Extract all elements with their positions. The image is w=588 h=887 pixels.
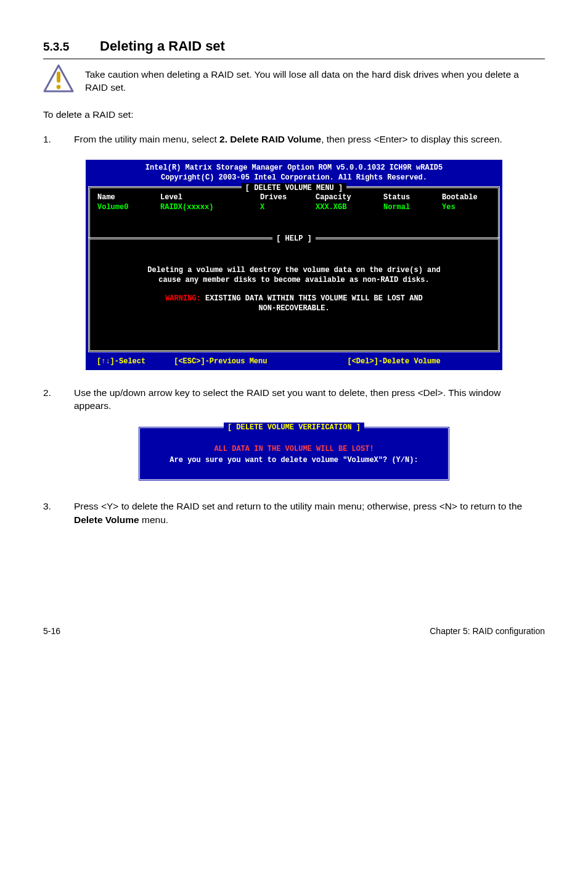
dialog-body: ALL DATA IN THE VOLUME WILL BE LOST! Are… bbox=[140, 444, 448, 466]
caution-icon bbox=[43, 64, 74, 93]
bios-header: Intel(R) Matrix Storage Manager Option R… bbox=[86, 160, 502, 186]
dialog-prompt[interactable]: Are you sure you want to delete volume "… bbox=[140, 455, 448, 466]
bios-help-panel: [ HELP ] Deleting a volume will destroy … bbox=[88, 237, 500, 352]
svg-point-2 bbox=[57, 85, 61, 89]
row-level: RAIDX(xxxxx) bbox=[160, 202, 260, 212]
row-bootable: Yes bbox=[442, 202, 491, 212]
col-bootable: Bootable bbox=[442, 192, 491, 202]
bios-footer: [↑↓]-Select [<ESC>]-Previous Menu [<Del>… bbox=[86, 355, 502, 369]
warning-label: WARNING: bbox=[165, 294, 201, 303]
caution-text: Take caution when deleting a RAID set. Y… bbox=[85, 64, 545, 94]
bios-header-line2: Copyright(C) 2003-05 Intel Corporation. … bbox=[86, 173, 502, 183]
bios-screen: Intel(R) Matrix Storage Manager Option R… bbox=[86, 160, 502, 370]
step-2: 2. Use the up/down arrow key to select t… bbox=[43, 386, 545, 413]
row-name: Volume0 bbox=[97, 202, 160, 212]
svg-rect-1 bbox=[57, 72, 60, 83]
col-level: Level bbox=[160, 192, 260, 202]
page-number: 5-16 bbox=[43, 625, 60, 638]
step-number: 2. bbox=[43, 386, 74, 413]
dialog-warning: ALL DATA IN THE VOLUME WILL BE LOST! bbox=[140, 444, 448, 455]
step-number: 1. bbox=[43, 133, 74, 146]
row-capacity: XXX.XGB bbox=[316, 202, 383, 212]
bios-help-title: [ HELP ] bbox=[272, 234, 316, 244]
col-drives: Drives bbox=[260, 192, 316, 202]
help-warning: WARNING: EXISTING DATA WITHIN THIS VOLUM… bbox=[90, 294, 498, 303]
bios-menu-title: [ DELETE VOLUME MENU ] bbox=[242, 183, 346, 193]
dialog-title: [ DELETE VOLUME VERIFICATION ] bbox=[224, 423, 364, 433]
step1-pre: From the utility main menu, select bbox=[74, 134, 219, 144]
footer-select: [↑↓]-Select bbox=[97, 357, 145, 366]
row-drives: X bbox=[260, 202, 316, 212]
step-body: From the utility main menu, select 2. De… bbox=[74, 133, 545, 146]
step1-bold: 2. Delete RAID Volume bbox=[219, 134, 321, 144]
step3-pre: Press <Y> to delete the RAID set and ret… bbox=[74, 501, 522, 511]
bios-col-headers: Name Level Drives Capacity Status Bootab… bbox=[90, 192, 498, 202]
bios-volume-row[interactable]: Volume0 RAIDX(xxxxx) X XXX.XGB Normal Ye… bbox=[90, 202, 498, 213]
step3-post: menu. bbox=[139, 514, 168, 525]
bios-help-body: Deleting a volume will destroy the volum… bbox=[90, 265, 498, 314]
footer-prev: [<ESC>]-Previous Menu bbox=[174, 357, 267, 366]
step-body: Press <Y> to delete the RAID set and ret… bbox=[74, 500, 545, 526]
footer-delete: [<Del>]-Delete Volume bbox=[347, 357, 440, 366]
page-footer: 5-16 Chapter 5: RAID configuration bbox=[43, 625, 545, 638]
intro-text: To delete a RAID set: bbox=[43, 108, 545, 122]
step-number: 3. bbox=[43, 500, 74, 526]
step3-bold: Delete Volume bbox=[74, 514, 139, 525]
warning-rest: EXISTING DATA WITHIN THIS VOLUME WILL BE… bbox=[201, 294, 423, 303]
bios-panel: [ DELETE VOLUME MENU ] Name Level Drives… bbox=[88, 186, 500, 353]
caution-row: Take caution when deleting a RAID set. Y… bbox=[43, 64, 545, 94]
help-line1: Deleting a volume will destroy the volum… bbox=[90, 265, 498, 275]
step1-post: , then press <Enter> to display this scr… bbox=[321, 134, 502, 144]
row-status: Normal bbox=[383, 202, 442, 212]
help-line2: cause any member disks to become availab… bbox=[90, 275, 498, 285]
step-body: Use the up/down arrow key to select the … bbox=[74, 386, 545, 413]
col-name: Name bbox=[97, 192, 160, 202]
col-capacity: Capacity bbox=[316, 192, 383, 202]
chapter-label: Chapter 5: RAID configuration bbox=[430, 625, 545, 638]
step-3: 3. Press <Y> to delete the RAID set and … bbox=[43, 500, 545, 526]
section-header: 5.3.5 Deleting a RAID set bbox=[43, 37, 545, 59]
section-number: 5.3.5 bbox=[43, 39, 100, 56]
help-line4: NON-RECOVERABLE. bbox=[90, 303, 498, 313]
step-1: 1. From the utility main menu, select 2.… bbox=[43, 133, 545, 146]
bios-header-line1: Intel(R) Matrix Storage Manager Option R… bbox=[86, 163, 502, 173]
section-title: Deleting a RAID set bbox=[100, 37, 225, 56]
col-status: Status bbox=[383, 192, 442, 202]
delete-verification-dialog: [ DELETE VOLUME VERIFICATION ] ALL DATA … bbox=[138, 426, 450, 481]
